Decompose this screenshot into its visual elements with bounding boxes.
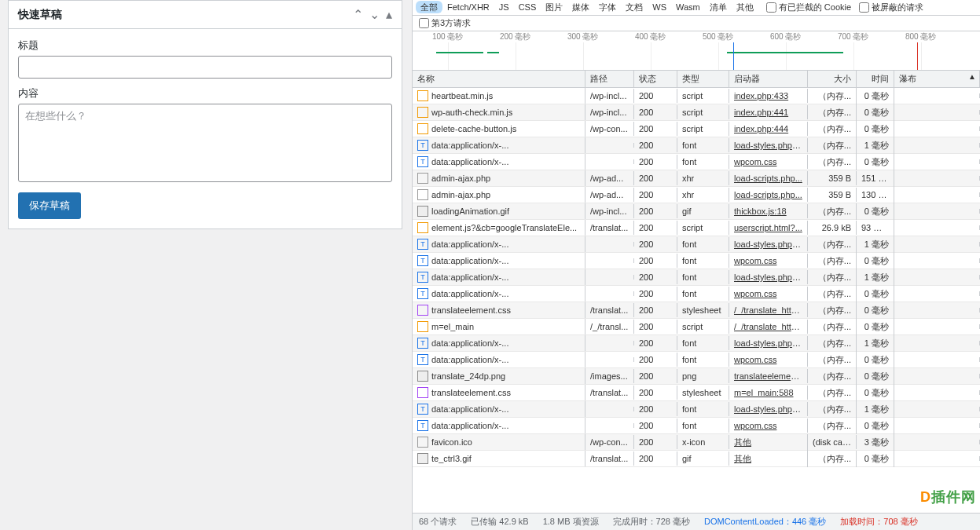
request-initiator[interactable]: 其他 (734, 454, 751, 463)
filter-tab-媒体[interactable]: 媒体 (567, 1, 594, 13)
chevron-up-small-icon[interactable]: ▴ (386, 7, 392, 22)
filter-tab-wasm[interactable]: Wasm (671, 1, 705, 13)
request-initiator[interactable]: index.php:441 (734, 108, 788, 117)
request-type: gif (677, 451, 729, 466)
filter-tab-ws[interactable]: WS (648, 1, 671, 13)
request-waterfall (894, 176, 980, 181)
filter-tab-js[interactable]: JS (494, 1, 514, 13)
css-icon (417, 305, 428, 316)
table-row[interactable]: translateelement.css/translat...200style… (413, 385, 980, 401)
request-waterfall (894, 291, 980, 296)
table-row[interactable]: heartbeat.min.js/wp-incl...200scriptinde… (413, 88, 980, 104)
table-row[interactable]: loadingAnimation.gif/wp-incl...200gifthi… (413, 203, 980, 220)
table-row[interactable]: Tdata:application/x-...200fontload-style… (413, 236, 980, 253)
request-initiator[interactable]: translateelement... (734, 371, 806, 381)
request-initiator[interactable]: load-styles.php?... (734, 141, 804, 150)
filter-tab-图片[interactable]: 图片 (541, 1, 567, 13)
table-row[interactable]: delete-cache-button.js/wp-con...200scrip… (413, 121, 980, 137)
table-row[interactable]: te_ctrl3.gif/translat...200gif其他（内存...0 … (413, 451, 980, 467)
filter-tab-css[interactable]: CSS (514, 1, 541, 13)
request-initiator[interactable]: wpcom.css (734, 256, 776, 265)
table-row[interactable]: Tdata:application/x-...200fontwpcom.css（… (413, 352, 980, 368)
blocked-cookie-checkbox[interactable]: 有已拦截的 Cookie (766, 2, 851, 13)
table-row[interactable]: translate_24dp.png/images...200pngtransl… (413, 368, 980, 385)
title-label: 标题 (18, 38, 392, 53)
request-initiator[interactable]: load-styles.php?... (734, 404, 804, 414)
request-status: 200 (634, 122, 677, 136)
request-name: translate_24dp.png (431, 371, 505, 381)
request-initiator[interactable]: wpcom.css (734, 157, 776, 166)
filter-tab-文档[interactable]: 文档 (621, 1, 648, 13)
timeline-overview[interactable]: 100 毫秒200 毫秒300 毫秒400 毫秒500 毫秒600 毫秒700 … (413, 31, 980, 71)
request-type: font (677, 237, 729, 251)
request-status: 200 (634, 204, 677, 218)
request-initiator[interactable]: /_/translate_http... (734, 322, 803, 331)
request-initiator[interactable]: load-styles.php?... (734, 272, 804, 282)
chevron-down-icon[interactable]: ⌄ (369, 7, 380, 22)
table-row[interactable]: translateelement.css/translat...200style… (413, 302, 980, 319)
request-name: data:application/x-... (431, 157, 508, 166)
col-type[interactable]: 类型 (677, 71, 729, 87)
col-size[interactable]: 大小 (808, 71, 857, 87)
col-status[interactable]: 状态 (634, 71, 677, 87)
title-input[interactable] (18, 56, 392, 79)
table-row[interactable]: favicon.ico/wp-con...200x-icon其他(disk ca… (413, 434, 980, 451)
request-waterfall (894, 308, 980, 313)
request-initiator[interactable]: userscript.html?... (734, 223, 802, 232)
request-time: 0 毫秒 (857, 385, 894, 401)
table-row[interactable]: Tdata:application/x-...200fontwpcom.css（… (413, 286, 980, 302)
font-icon: T (417, 404, 428, 415)
col-waterfall[interactable]: 瀑布▲ (894, 71, 980, 87)
filter-tab-字体[interactable]: 字体 (594, 1, 621, 13)
request-waterfall (894, 192, 980, 197)
request-initiator[interactable]: load-scripts.php... (734, 174, 802, 183)
request-initiator[interactable]: thickbox.js:18 (734, 207, 787, 216)
request-status: 200 (634, 386, 677, 400)
request-initiator[interactable]: wpcom.css (734, 421, 776, 430)
col-time[interactable]: 时间 (857, 71, 894, 87)
third-party-checkbox[interactable]: 第3方请求 (419, 17, 471, 29)
table-row[interactable]: element.js?&cb=googleTranslateEle.../tra… (413, 220, 980, 236)
request-initiator[interactable]: wpcom.css (734, 355, 776, 364)
request-initiator[interactable]: load-styles.php?... (734, 239, 804, 249)
request-path (585, 341, 634, 345)
table-row[interactable]: wp-auth-check.min.js/wp-incl...200script… (413, 104, 980, 121)
table-row[interactable]: Tdata:application/x-...200fontload-style… (413, 137, 980, 154)
content-textarea[interactable] (18, 104, 392, 182)
request-initiator[interactable]: load-styles.php?... (734, 338, 804, 348)
request-size: （内存... (808, 137, 857, 154)
request-time: 0 毫秒 (857, 302, 894, 319)
request-type: xhr (677, 188, 729, 202)
filter-tab-其他[interactable]: 其他 (732, 1, 758, 13)
col-name[interactable]: 名称 (413, 71, 585, 87)
save-draft-button[interactable]: 保存草稿 (18, 192, 81, 219)
request-initiator[interactable]: load-scripts.php... (734, 190, 802, 199)
request-status: 200 (634, 105, 677, 119)
filter-tab-fetch/xhr[interactable]: Fetch/XHR (442, 1, 494, 13)
table-row[interactable]: m=el_main/_/transl...200script/_/transla… (413, 319, 980, 335)
table-row[interactable]: admin-ajax.php/wp-ad...200xhrload-script… (413, 170, 980, 187)
table-row[interactable]: Tdata:application/x-...200fontload-style… (413, 401, 980, 418)
filter-tab-全部[interactable]: 全部 (416, 1, 442, 13)
table-row[interactable]: admin-ajax.php/wp-ad...200xhrload-script… (413, 187, 980, 203)
filter-tab-清单[interactable]: 清单 (705, 1, 732, 13)
table-row[interactable]: Tdata:application/x-...200fontwpcom.css（… (413, 253, 980, 269)
request-initiator[interactable]: wpcom.css (734, 289, 776, 298)
request-initiator[interactable]: /_/translate_http... (734, 305, 803, 315)
table-row[interactable]: Tdata:application/x-...200fontload-style… (413, 335, 980, 352)
network-table-body[interactable]: heartbeat.min.js/wp-incl...200scriptinde… (413, 88, 980, 481)
blocked-request-checkbox[interactable]: 被屏蔽的请求 (859, 2, 923, 13)
request-size: （内存... (808, 104, 857, 121)
col-path[interactable]: 路径 (585, 71, 634, 87)
request-initiator[interactable]: 其他 (734, 437, 751, 447)
request-initiator[interactable]: m=el_main:588 (734, 388, 794, 397)
chevron-up-icon[interactable]: ⌃ (353, 7, 363, 22)
col-initiator[interactable]: 启动器 (729, 71, 808, 87)
table-row[interactable]: Tdata:application/x-...200fontwpcom.css（… (413, 418, 980, 434)
request-initiator[interactable]: index.php:433 (734, 91, 788, 101)
request-type: script (677, 320, 729, 334)
table-row[interactable]: Tdata:application/x-...200fontload-style… (413, 269, 980, 286)
table-row[interactable]: Tdata:application/x-...200fontwpcom.css（… (413, 154, 980, 170)
request-waterfall (894, 324, 980, 329)
request-initiator[interactable]: index.php:444 (734, 124, 788, 133)
